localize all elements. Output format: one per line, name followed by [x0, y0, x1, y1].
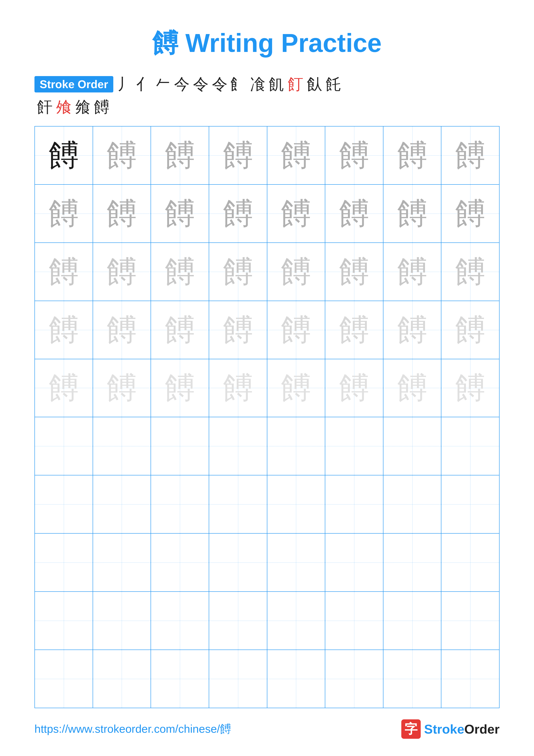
grid-cell[interactable]: 餺 [35, 243, 93, 301]
grid-cell[interactable] [383, 417, 441, 475]
stroke-10: 飣 [288, 74, 303, 94]
grid-cell[interactable] [209, 475, 267, 533]
grid-cell[interactable] [383, 475, 441, 533]
grid-cell[interactable] [441, 650, 499, 708]
grid-cell[interactable]: 餺 [267, 243, 325, 301]
grid-cell[interactable] [441, 592, 499, 650]
grid-cell[interactable]: 餺 [383, 184, 441, 243]
grid-cell[interactable]: 餺 [35, 126, 93, 184]
grid-cell[interactable] [267, 417, 325, 475]
grid-cell[interactable]: 餺 [441, 359, 499, 417]
grid-cell[interactable]: 餺 [383, 301, 441, 359]
grid-cell[interactable] [151, 417, 209, 475]
grid-cell[interactable] [441, 533, 499, 592]
grid-cell[interactable] [209, 417, 267, 475]
grid-cell[interactable] [325, 417, 383, 475]
grid-cell[interactable] [209, 533, 267, 592]
grid-cell[interactable]: 餺 [441, 301, 499, 359]
grid-cell[interactable] [441, 417, 499, 475]
footer-url[interactable]: https://www.strokeorder.com/chinese/餺 [35, 721, 231, 737]
stroke-4: 今 [174, 74, 190, 94]
grid-cell[interactable]: 餺 [93, 301, 151, 359]
grid-cell[interactable]: 餺 [151, 126, 209, 184]
grid-cell[interactable] [93, 417, 151, 475]
grid-cell[interactable]: 餺 [151, 184, 209, 243]
grid-cell[interactable] [35, 475, 93, 533]
grid-cell[interactable]: 餺 [151, 359, 209, 417]
grid-cell[interactable]: 餺 [325, 359, 383, 417]
grid-row-6 [35, 417, 499, 475]
grid-cell[interactable] [325, 650, 383, 708]
grid-cell[interactable]: 餺 [209, 301, 267, 359]
grid-cell[interactable] [441, 475, 499, 533]
grid-cell[interactable] [383, 533, 441, 592]
grid-cell[interactable] [267, 475, 325, 533]
grid-cell[interactable] [325, 475, 383, 533]
grid-cell[interactable]: 餺 [383, 126, 441, 184]
grid-row-4: 餺 餺 餺 餺 餺 餺 餺 餺 [35, 301, 499, 359]
grid-cell[interactable]: 餺 [441, 184, 499, 243]
grid-row-2: 餺 餺 餺 餺 餺 餺 餺 餺 [35, 184, 499, 243]
grid-cell[interactable]: 餺 [35, 359, 93, 417]
grid-row-3: 餺 餺 餺 餺 餺 餺 餺 餺 [35, 243, 499, 301]
grid-cell[interactable] [209, 650, 267, 708]
grid-cell[interactable] [267, 650, 325, 708]
grid-cell[interactable] [209, 592, 267, 650]
grid-cell[interactable]: 餺 [151, 243, 209, 301]
grid-cell[interactable] [93, 650, 151, 708]
grid-cell[interactable]: 餺 [209, 359, 267, 417]
grid-cell[interactable] [151, 650, 209, 708]
grid-cell[interactable] [93, 533, 151, 592]
stroke-12: 飥 [326, 74, 341, 94]
grid-cell[interactable] [325, 533, 383, 592]
grid-cell[interactable] [93, 475, 151, 533]
grid-cell[interactable] [93, 592, 151, 650]
grid-cell[interactable] [383, 592, 441, 650]
grid-cell[interactable] [267, 533, 325, 592]
grid-cell[interactable]: 餺 [325, 243, 383, 301]
stroke-3: 𠂉 [155, 75, 171, 93]
grid-cell[interactable]: 餺 [93, 243, 151, 301]
grid-cell[interactable]: 餺 [325, 126, 383, 184]
stroke-11: 飤 [307, 74, 322, 94]
grid-cell[interactable]: 餺 [325, 301, 383, 359]
grid-cell[interactable]: 餺 [93, 184, 151, 243]
grid-cell[interactable]: 餺 [267, 126, 325, 184]
stroke-8: 飡 [250, 74, 266, 94]
grid-cell[interactable]: 餺 [35, 184, 93, 243]
grid-row-7 [35, 475, 499, 533]
grid-cell[interactable]: 餺 [441, 243, 499, 301]
grid-cell[interactable] [35, 417, 93, 475]
grid-cell[interactable]: 餺 [267, 184, 325, 243]
grid-row-9 [35, 592, 499, 650]
grid-cell[interactable]: 餺 [383, 359, 441, 417]
grid-cell[interactable] [325, 592, 383, 650]
grid-cell[interactable]: 餺 [35, 301, 93, 359]
grid-cell[interactable] [151, 533, 209, 592]
footer-logo: 字 StrokeOrder [401, 719, 499, 739]
grid-cell[interactable]: 餺 [267, 301, 325, 359]
stroke-2: 亻 [136, 74, 152, 94]
grid-cell[interactable] [35, 650, 93, 708]
grid-cell[interactable]: 餺 [93, 126, 151, 184]
grid-cell[interactable] [151, 592, 209, 650]
grid-cell[interactable]: 餺 [209, 126, 267, 184]
grid-cell[interactable]: 餺 [267, 359, 325, 417]
grid-cell[interactable] [35, 533, 93, 592]
grid-cell[interactable] [151, 475, 209, 533]
stroke-order-badge: Stroke Order [35, 76, 113, 93]
strokeorder-logo-icon: 字 [401, 719, 421, 739]
grid-cell[interactable] [35, 592, 93, 650]
grid-cell[interactable] [383, 650, 441, 708]
grid-cell[interactable]: 餺 [209, 184, 267, 243]
writing-grid-container: 餺 餺 餺 餺 餺 餺 餺 餺 餺 餺 餺 餺 餺 餺 餺 餺 [0, 126, 534, 708]
grid-cell[interactable]: 餺 [383, 243, 441, 301]
grid-cell[interactable]: 餺 [441, 126, 499, 184]
stroke-order-row1: Stroke Order 丿 亻 𠂉 今 令 令 飠 飡 飢 飣 飤 飥 [35, 74, 499, 94]
grid-cell[interactable]: 餺 [151, 301, 209, 359]
grid-row-5: 餺 餺 餺 餺 餺 餺 餺 餺 [35, 359, 499, 417]
grid-cell[interactable]: 餺 [325, 184, 383, 243]
grid-cell[interactable]: 餺 [209, 243, 267, 301]
grid-cell[interactable] [267, 592, 325, 650]
grid-cell[interactable]: 餺 [93, 359, 151, 417]
